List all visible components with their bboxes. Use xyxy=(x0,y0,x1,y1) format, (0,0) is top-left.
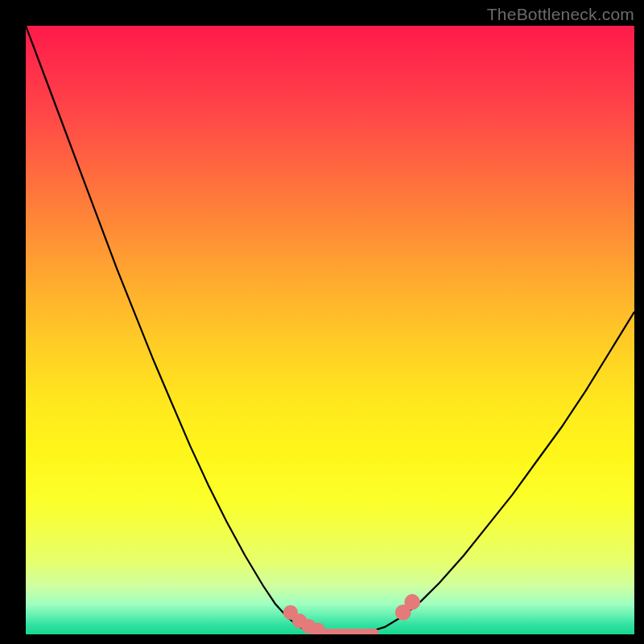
watermark-text: TheBottleneck.com xyxy=(487,5,634,24)
curve-markers xyxy=(283,582,431,634)
bottleneck-curve xyxy=(26,26,634,634)
marker-dot xyxy=(404,594,420,610)
curve-path xyxy=(26,26,634,634)
chart-frame: TheBottleneck.com xyxy=(0,0,644,644)
plot-area xyxy=(26,26,634,634)
trough-marker-bar xyxy=(324,629,378,634)
